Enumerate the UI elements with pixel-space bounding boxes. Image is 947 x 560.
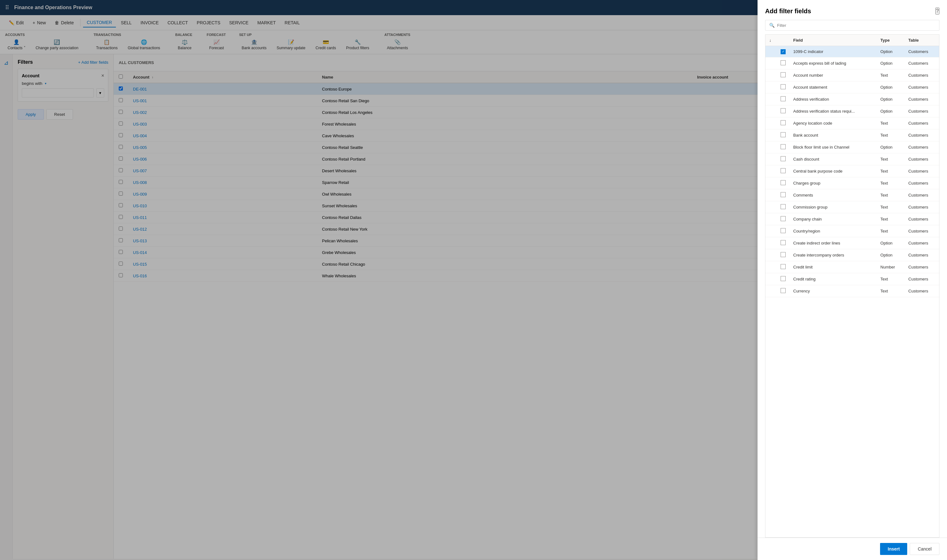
field-name-cell: Currency [790, 285, 877, 297]
field-checkbox[interactable] [780, 192, 786, 197]
filter-field-row[interactable]: Currency Text Customers [765, 285, 939, 297]
field-type-cell: Text [877, 165, 905, 177]
field-checkbox-cell[interactable] [777, 213, 790, 225]
field-sort-cell [765, 81, 777, 93]
field-checkbox-cell[interactable] [777, 57, 790, 69]
right-panel-search[interactable]: 🔍 [765, 20, 939, 31]
filter-field-row[interactable]: Accepts express bill of lading Option Cu… [765, 57, 939, 69]
field-checkbox-cell[interactable] [777, 285, 790, 297]
field-checkbox-cell[interactable] [777, 141, 790, 153]
field-checkbox-cell[interactable] [777, 177, 790, 189]
field-table-cell: Customers [905, 57, 939, 69]
field-name-cell: Address verification [790, 93, 877, 105]
field-checkbox[interactable] [780, 84, 786, 89]
filter-field-row[interactable]: Credit limit Number Customers [765, 261, 939, 273]
filter-fields-tbody: ✓ 1099-C indicator Option Customers Acce… [765, 46, 939, 297]
field-checkbox-cell[interactable] [777, 273, 790, 285]
field-sort-cell [765, 117, 777, 129]
field-type-cell: Option [877, 141, 905, 153]
field-table-cell: Customers [905, 46, 939, 57]
field-checkbox[interactable] [780, 240, 786, 245]
field-checkbox-cell[interactable] [777, 93, 790, 105]
field-checkbox[interactable] [780, 144, 786, 149]
filter-field-row[interactable]: Create indirect order lines Option Custo… [765, 237, 939, 249]
field-checkbox-cell[interactable] [777, 189, 790, 201]
filter-field-row[interactable]: Commission group Text Customers [765, 201, 939, 213]
field-checkbox-cell[interactable] [777, 249, 790, 261]
field-name-cell: Address verification status requi... [790, 105, 877, 117]
field-checkbox[interactable] [780, 288, 786, 293]
field-checkbox[interactable] [780, 228, 786, 233]
filter-field-row[interactable]: ✓ 1099-C indicator Option Customers [765, 46, 939, 57]
filter-field-row[interactable]: Bank account Text Customers [765, 129, 939, 141]
field-checkbox[interactable] [780, 132, 786, 137]
field-checkbox-cell[interactable] [777, 105, 790, 117]
field-column-header[interactable]: Field [790, 35, 877, 46]
filter-field-row[interactable]: Agency location code Text Customers [765, 117, 939, 129]
field-sort-cell [765, 201, 777, 213]
field-name-cell: Commission group [790, 201, 877, 213]
field-checkbox[interactable] [780, 264, 786, 269]
filter-field-row[interactable]: Account statement Option Customers [765, 81, 939, 93]
field-checkbox[interactable] [780, 216, 786, 221]
field-checkbox-cell[interactable] [777, 237, 790, 249]
filter-field-row[interactable]: Address verification Option Customers [765, 93, 939, 105]
field-table-cell: Customers [905, 189, 939, 201]
field-type-cell: Number [877, 261, 905, 273]
field-sort-cell [765, 105, 777, 117]
field-checkbox[interactable] [780, 120, 786, 125]
filter-field-row[interactable]: Charges group Text Customers [765, 177, 939, 189]
field-name-cell: Create intercompany orders [790, 249, 877, 261]
filter-field-row[interactable]: Central bank purpose code Text Customers [765, 165, 939, 177]
right-panel-title: Add filter fields [765, 8, 811, 15]
field-checkbox-cell[interactable] [777, 153, 790, 165]
filter-fields-table-container: ↓ Field Type Table ✓ 1099-C indicator Op… [765, 34, 939, 538]
field-checkbox-cell[interactable]: ✓ [777, 46, 790, 57]
field-checkbox-cell[interactable] [777, 165, 790, 177]
field-checkbox-cell[interactable] [777, 69, 790, 81]
field-checkbox[interactable] [780, 252, 786, 257]
sort-column-header[interactable]: ↓ [765, 35, 777, 46]
field-checkbox[interactable] [780, 96, 786, 101]
field-sort-cell [765, 129, 777, 141]
filter-field-row[interactable]: Address verification status requi... Opt… [765, 105, 939, 117]
field-checkbox[interactable] [780, 60, 786, 65]
table-column-header[interactable]: Table [905, 35, 939, 46]
field-type-cell: Text [877, 177, 905, 189]
field-checkbox-cell[interactable] [777, 129, 790, 141]
field-checkbox-cell[interactable] [777, 117, 790, 129]
field-checkbox-cell[interactable] [777, 201, 790, 213]
field-checkbox[interactable] [780, 276, 786, 281]
filter-field-row[interactable]: Cash discount Text Customers [765, 153, 939, 165]
field-checkbox-cell[interactable] [777, 81, 790, 93]
filter-field-row[interactable]: Block floor limit use in Channel Option … [765, 141, 939, 153]
field-checkbox[interactable] [780, 204, 786, 209]
field-checkbox[interactable] [780, 108, 786, 113]
field-table-cell: Customers [905, 69, 939, 81]
field-checkbox-cell[interactable] [777, 225, 790, 237]
type-column-header[interactable]: Type [877, 35, 905, 46]
field-checkbox[interactable] [780, 168, 786, 173]
cancel-button[interactable]: Cancel [910, 543, 939, 555]
help-button[interactable]: ? [935, 8, 939, 14]
field-checkbox[interactable] [780, 72, 786, 77]
filter-field-row[interactable]: Account number Text Customers [765, 69, 939, 81]
field-table-cell: Customers [905, 237, 939, 249]
filter-field-row[interactable]: Country/region Text Customers [765, 225, 939, 237]
field-name-cell: Accepts express bill of lading [790, 57, 877, 69]
field-name-cell: Create indirect order lines [790, 237, 877, 249]
filter-field-row[interactable]: Credit rating Text Customers [765, 273, 939, 285]
filter-field-row[interactable]: Create intercompany orders Option Custom… [765, 249, 939, 261]
right-panel-search-input[interactable] [777, 23, 935, 28]
field-checkbox[interactable] [780, 156, 786, 161]
field-checkbox[interactable] [780, 180, 786, 185]
field-name-cell: Company chain [790, 213, 877, 225]
field-checkbox[interactable]: ✓ [780, 49, 786, 54]
field-name-cell: Account number [790, 69, 877, 81]
field-table-cell: Customers [905, 201, 939, 213]
filter-field-row[interactable]: Company chain Text Customers [765, 213, 939, 225]
insert-button[interactable]: Insert [880, 543, 907, 555]
filter-field-row[interactable]: Comments Text Customers [765, 189, 939, 201]
field-checkbox-cell[interactable] [777, 261, 790, 273]
field-name-cell: Credit rating [790, 273, 877, 285]
